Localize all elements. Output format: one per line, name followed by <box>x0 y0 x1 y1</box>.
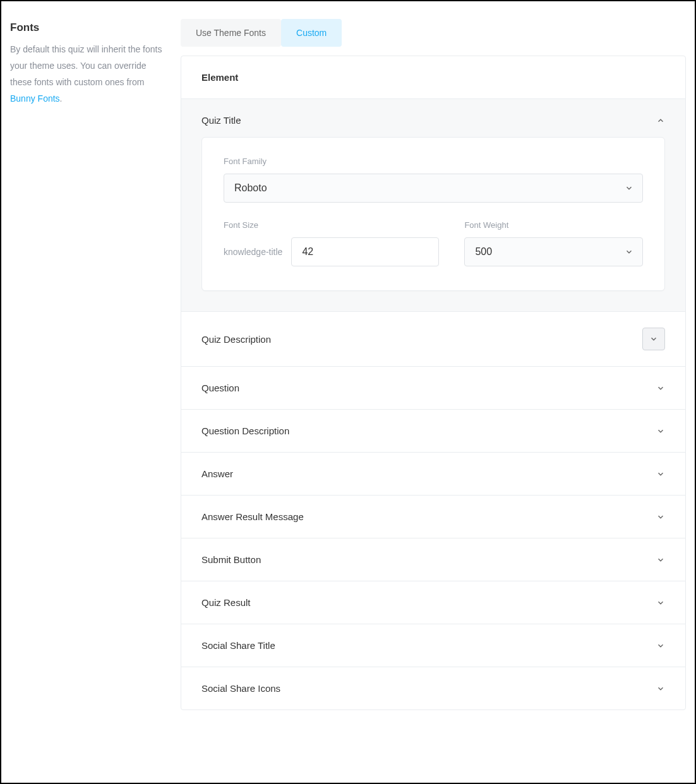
section-quiz-result-label: Quiz Result <box>201 597 251 608</box>
section-answer-result-message-label: Answer Result Message <box>201 511 304 522</box>
section-quiz-description-row[interactable]: Quiz Description <box>181 312 685 366</box>
quiz-title-card: Font Family Roboto Font Size know <box>201 137 665 291</box>
sidebar-desc-suffix: . <box>60 93 63 104</box>
sidebar-description: By default this quiz will inherit the fo… <box>10 42 168 107</box>
section-social-share-title: Social Share Title <box>181 624 685 667</box>
section-question-label: Question <box>201 383 239 393</box>
chevron-down-icon <box>656 384 665 393</box>
section-question-description-row[interactable]: Question Description <box>181 410 685 452</box>
main-content: Use Theme Fonts Custom Element Quiz Titl… <box>181 10 686 774</box>
quiz-title-body: Font Family Roboto Font Size know <box>181 137 685 311</box>
font-family-label: Font Family <box>224 157 643 166</box>
chevron-down-icon <box>625 184 633 193</box>
section-social-share-title-label: Social Share Title <box>201 640 275 651</box>
section-quiz-title-row[interactable]: Quiz Title <box>181 99 685 137</box>
chevron-up-icon <box>656 116 665 125</box>
font-size-input[interactable] <box>291 237 439 266</box>
chevron-down-icon <box>656 470 665 478</box>
section-answer-label: Answer <box>201 468 233 479</box>
chevron-down-icon <box>656 555 665 564</box>
font-family-value: Roboto <box>234 182 267 194</box>
section-quiz-description: Quiz Description <box>181 312 685 367</box>
section-quiz-title-label: Quiz Title <box>201 115 241 126</box>
section-quiz-description-label: Quiz Description <box>201 334 271 345</box>
chevron-down-icon <box>625 247 633 256</box>
section-answer-result-message: Answer Result Message <box>181 496 685 538</box>
chevron-down-icon <box>656 513 665 521</box>
chevron-down-icon <box>656 427 665 436</box>
section-submit-button: Submit Button <box>181 538 685 581</box>
section-quiz-result-row[interactable]: Quiz Result <box>181 581 685 624</box>
section-answer-result-message-row[interactable]: Answer Result Message <box>181 496 685 538</box>
chevron-down-icon <box>656 598 665 607</box>
section-answer: Answer <box>181 453 685 496</box>
sidebar: Fonts By default this quiz will inherit … <box>10 10 181 774</box>
section-quiz-title: Quiz Title Font Family Roboto <box>181 99 685 312</box>
font-size-prefix: knowledge-title <box>224 247 282 257</box>
section-submit-button-row[interactable]: Submit Button <box>181 538 685 581</box>
section-question-row[interactable]: Question <box>181 367 685 409</box>
font-weight-value: 500 <box>475 246 492 258</box>
sidebar-title: Fonts <box>10 21 168 34</box>
tabs: Use Theme Fonts Custom <box>181 19 686 47</box>
chevron-down-icon <box>656 641 665 650</box>
tab-custom[interactable]: Custom <box>281 19 342 47</box>
chevron-down-icon[interactable] <box>642 328 665 350</box>
section-social-share-icons: Social Share Icons <box>181 667 685 710</box>
bunny-fonts-link[interactable]: Bunny Fonts <box>10 93 60 104</box>
font-size-label: Font Size <box>224 220 439 230</box>
section-quiz-result: Quiz Result <box>181 581 685 624</box>
elements-panel: Element Quiz Title Font Family Roboto <box>181 56 686 710</box>
panel-header: Element <box>181 56 685 99</box>
chevron-down-icon <box>656 684 665 693</box>
section-social-share-title-row[interactable]: Social Share Title <box>181 624 685 667</box>
section-question-description-label: Question Description <box>201 425 289 436</box>
section-answer-row[interactable]: Answer <box>181 453 685 495</box>
font-family-select[interactable]: Roboto <box>224 174 643 203</box>
section-question: Question <box>181 367 685 410</box>
sidebar-desc-text: By default this quiz will inherit the fo… <box>10 44 162 87</box>
font-weight-label: Font Weight <box>464 220 643 230</box>
section-social-share-icons-row[interactable]: Social Share Icons <box>181 667 685 710</box>
section-social-share-icons-label: Social Share Icons <box>201 683 280 694</box>
font-weight-select[interactable]: 500 <box>464 237 643 266</box>
section-question-description: Question Description <box>181 410 685 453</box>
tab-use-theme-fonts[interactable]: Use Theme Fonts <box>181 19 281 47</box>
section-submit-button-label: Submit Button <box>201 554 261 565</box>
